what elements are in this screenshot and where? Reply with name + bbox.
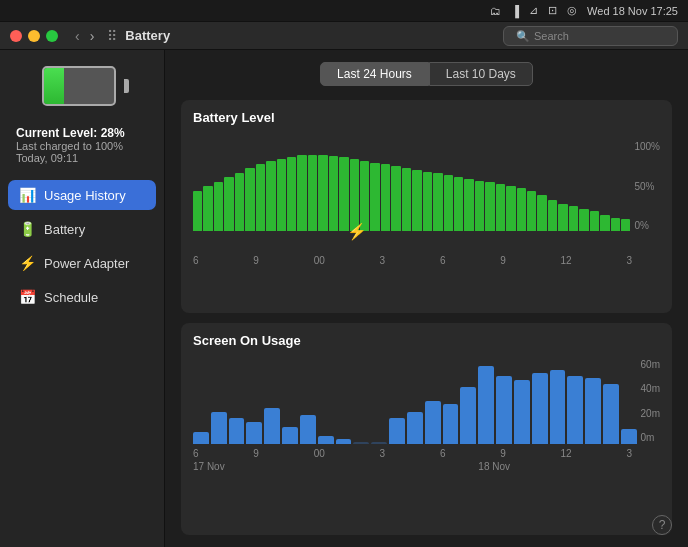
battery-bar <box>527 191 536 232</box>
screen-bar <box>246 422 262 443</box>
battery-bar <box>548 200 557 232</box>
main-layout: Current Level: 28% Last charged to 100% … <box>0 50 688 547</box>
battery-bar <box>496 184 505 231</box>
date-17nov: 17 Nov <box>193 461 347 472</box>
sidebar-item-schedule[interactable]: 📅 Schedule <box>8 282 156 312</box>
x-label-3a: 3 <box>380 255 386 266</box>
x-label-12: 12 <box>561 255 572 266</box>
screen-bar <box>353 442 369 444</box>
battery-bar <box>360 161 369 231</box>
battery-bar <box>214 182 223 232</box>
sidebar-item-power-adapter[interactable]: ⚡ Power Adapter <box>8 248 156 278</box>
schedule-icon: 📅 <box>18 288 36 306</box>
battery-y-0: 0% <box>634 220 660 231</box>
battery-chart-title: Battery Level <box>193 110 660 125</box>
x-label-00: 00 <box>314 255 325 266</box>
dropbox-icon: 🗂 <box>490 5 501 17</box>
battery-y-100: 100% <box>634 141 660 152</box>
screen-bar <box>496 376 512 444</box>
battery-tip <box>124 79 129 93</box>
siri-icon: ◎ <box>567 4 577 17</box>
tab-last-10d[interactable]: Last 10 Days <box>429 62 533 86</box>
sidebar-item-battery[interactable]: 🔋 Battery <box>8 214 156 244</box>
x-label-9b: 9 <box>500 255 506 266</box>
screen-y-20: 20m <box>641 408 660 419</box>
battery-body <box>42 66 116 106</box>
battery-bar <box>517 188 526 231</box>
close-button[interactable] <box>10 30 22 42</box>
screen-bar <box>585 378 601 443</box>
screen-bar <box>282 427 298 444</box>
forward-arrow[interactable]: › <box>87 28 98 44</box>
screen-bar <box>300 415 316 443</box>
battery-bar <box>485 182 494 231</box>
search-bar[interactable]: 🔍 Search <box>503 26 678 46</box>
battery-bar <box>287 157 296 231</box>
power-adapter-icon: ⚡ <box>18 254 36 272</box>
battery-icon-container <box>8 66 156 110</box>
content-area: Last 24 Hours Last 10 Days Battery Level… <box>165 50 688 547</box>
battery-bar <box>423 172 432 231</box>
battery-level-chart-section: Battery Level 100% 50% 0% ⚡ 6 9 00 3 6 9… <box>181 100 672 313</box>
titlebar: ‹ › ⠿ Battery 🔍 Search <box>0 22 688 50</box>
tab-last-24h[interactable]: Last 24 Hours <box>320 62 429 86</box>
screen-y-0: 0m <box>641 432 660 443</box>
battery-fill <box>44 68 64 104</box>
sidebar-label-usage-history: Usage History <box>44 188 126 203</box>
battery-bar <box>569 206 578 231</box>
battery-bar <box>433 173 442 231</box>
sx-12: 12 <box>561 448 572 459</box>
sidebar-item-usage-history[interactable]: 📊 Usage History <box>8 180 156 210</box>
battery-bar <box>621 219 630 231</box>
screen-bars <box>193 359 637 444</box>
battery-info: Current Level: 28% Last charged to 100% … <box>8 126 156 164</box>
battery-bar <box>318 155 327 232</box>
sx-6b: 6 <box>440 448 446 459</box>
screen-bar <box>371 442 387 444</box>
charging-icon: ⚡ <box>347 222 367 241</box>
screen-bar <box>264 408 280 443</box>
battery-bar <box>329 156 338 231</box>
screen-bar <box>621 429 637 443</box>
minimize-button[interactable] <box>28 30 40 42</box>
battery-time-text: Today, 09:11 <box>16 152 156 164</box>
system-datetime: Wed 18 Nov 17:25 <box>587 5 678 17</box>
window-title: Battery <box>125 28 170 43</box>
screen-chart-title: Screen On Usage <box>193 333 660 348</box>
battery-bar <box>350 159 359 231</box>
screen-x-labels: 6 9 00 3 6 9 12 3 <box>193 448 660 459</box>
battery-visual <box>42 66 122 110</box>
screen-bar <box>532 373 548 444</box>
battery-charged-text: Last charged to 100% <box>16 140 156 152</box>
battery-bar <box>506 186 515 231</box>
nav-arrows: ‹ › <box>72 28 97 44</box>
screen-bar <box>460 387 476 444</box>
screen-y-labels: 60m 40m 20m 0m <box>637 359 660 444</box>
screen-bar <box>425 401 441 444</box>
battery-bar <box>590 211 599 231</box>
battery-bar <box>402 168 411 231</box>
grid-icon[interactable]: ⠿ <box>107 28 117 44</box>
screen-bar <box>550 370 566 444</box>
back-arrow[interactable]: ‹ <box>72 28 83 44</box>
sx-3b: 3 <box>626 448 632 459</box>
airplay-icon: ⊡ <box>548 4 557 17</box>
maximize-button[interactable] <box>46 30 58 42</box>
sx-6a: 6 <box>193 448 199 459</box>
battery-bar <box>370 163 379 231</box>
screen-y-60: 60m <box>641 359 660 370</box>
battery-bar <box>412 170 421 231</box>
screen-bar <box>211 412 227 443</box>
traffic-lights <box>10 30 58 42</box>
battery-bar <box>339 157 348 231</box>
battery-level-text: Current Level: 28% <box>16 126 156 140</box>
screen-bar <box>229 418 245 444</box>
battery-bar <box>558 204 567 231</box>
sidebar-label-power-adapter: Power Adapter <box>44 256 129 271</box>
help-button[interactable]: ? <box>652 515 672 535</box>
system-bar: 🗂 ▐ ⊿ ⊡ ◎ Wed 18 Nov 17:25 <box>0 0 688 22</box>
screen-y-40: 40m <box>641 383 660 394</box>
search-icon: 🔍 <box>516 30 530 43</box>
sidebar-label-battery: Battery <box>44 222 85 237</box>
battery-bar <box>245 168 254 231</box>
